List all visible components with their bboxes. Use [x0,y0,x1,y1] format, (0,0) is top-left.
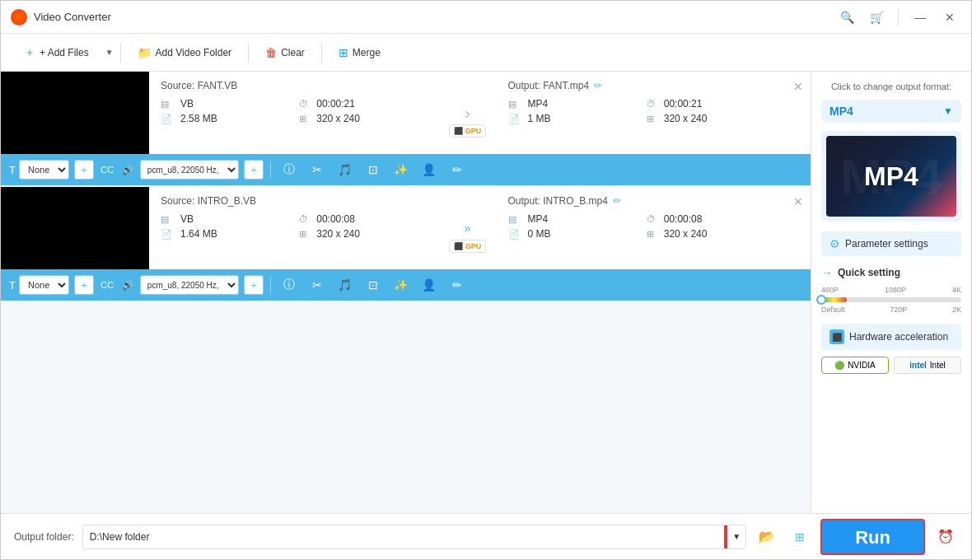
slider-thumb[interactable] [816,295,826,305]
run-button[interactable]: Run [820,519,925,555]
file-toolbar-1: T None ＋ CC 🔊 pcm_u8, 22050 Hz, ＋ ⓘ ✂ [1,154,811,185]
add-audio-btn-2[interactable]: ＋ [244,275,264,295]
output-path-input[interactable] [83,527,727,547]
close-button[interactable]: ✕ [938,6,961,29]
subtitle-icon-1: T [9,164,16,176]
chip-icon: ⬛ [832,333,842,342]
audio-edit-btn-1[interactable]: 🎵 [334,158,357,181]
output-meta-2: ▤ MP4 ⏱ 00:00:08 📄 0 MB ⊞ 320 x 240 [508,213,775,240]
alarm-button[interactable]: ⏰ [933,525,958,549]
arrow-icon-1: › [465,104,470,123]
ft-divider-2 [270,277,271,293]
toolbar-sep-1 [120,43,121,63]
output-size-2: 0 MB [528,228,638,240]
watermark-btn-1[interactable]: 👤 [418,158,441,181]
add-subtitle-btn-2[interactable]: ＋ [74,275,94,295]
merge-label: Merge [353,47,381,58]
file-info-1: Source: FANT.VB ▤ VB ⏱ 00:00:21 📄 2.58 M… [149,72,439,154]
edit-icon-2[interactable]: ✏ [613,195,621,207]
toolbar-sep-2 [248,43,249,63]
mp4-foreground-text: MP4 [864,161,918,192]
label-460p: 460P [821,286,839,294]
output-duration-1: 00:00:21 [664,98,774,110]
close-btn-1[interactable]: ✕ [793,80,803,93]
add-folder-label: Add Video Folder [156,47,232,58]
audio-icon-1: 🔊 [122,165,133,175]
add-audio-btn-1[interactable]: ＋ [244,160,264,180]
source-size-1: 2.58 MB [180,113,291,124]
out-res-icon-1: ⊞ [647,114,656,124]
output-dropdown-button[interactable]: ▼ [726,525,745,548]
add-subtitle-btn-1[interactable]: ＋ [74,160,94,180]
file-info-2: Source: INTRO_B.VB ▤ VB ⏱ 00:00:08 📄 1.6… [149,187,439,269]
crop-btn-1[interactable]: ⊡ [362,158,385,181]
output-folder-label: Output folder: [14,531,74,543]
cut-icon-btn-2[interactable]: ✂ [306,273,329,296]
export-button[interactable]: ⊞ [787,525,812,549]
audio-select-2[interactable]: pcm_u8, 22050 Hz, [140,275,239,295]
slider-track[interactable] [821,297,961,302]
slider-bottom-labels: Default 720P 2K [821,306,961,314]
file-size-icon-2: 📄 [161,229,172,240]
gpu-text-1: GPU [465,127,482,135]
out-format-icon-2: ▤ [508,214,520,225]
audio-edit-btn-2[interactable]: 🎵 [334,273,357,296]
audio-icon-2: 🔊 [122,280,133,291]
format-selector[interactable]: MP4 ▼ [821,100,961,123]
subtitle-edit-btn-1[interactable]: ✏ [446,158,469,181]
gpu-text-2: GPU [465,242,482,250]
add-files-button[interactable]: ＋ + Add Files [14,41,99,64]
add-video-folder-button[interactable]: 📁 Add Video Folder [128,42,242,63]
subtitle-select-1[interactable]: None [19,160,69,180]
hw-accel-label: Hardware acceleration [849,331,948,343]
label-4k: 4K [952,286,961,294]
info-icon-btn-1[interactable]: ⓘ [278,158,301,181]
gpu-options: 🟢 NVIDIA intel Intel [821,357,961,374]
resolution-icon-1: ⊞ [299,114,308,124]
resolution-icon-2: ⊞ [299,229,308,240]
source-duration-2: 00:00:08 [316,213,427,225]
effects-btn-2[interactable]: ✨ [390,273,413,296]
crop-btn-2[interactable]: ⊡ [362,273,385,296]
cart-button[interactable]: 🛒 [865,6,888,29]
output-duration-2: 00:00:08 [664,213,774,225]
output-label-2: Output: INTRO_B.mp4 [508,195,608,207]
main-toolbar: ＋ + Add Files ▼ 📁 Add Video Folder 🗑 Cle… [1,34,971,72]
edit-icon-1[interactable]: ✏ [594,80,602,91]
cut-icon-btn-1[interactable]: ✂ [306,158,329,181]
search-button[interactable]: 🔍 [835,6,858,29]
intel-logo: intel [909,361,927,370]
source-duration-1: 00:00:21 [316,98,427,110]
watermark-btn-2[interactable]: 👤 [418,273,441,296]
out-size-icon-1: 📄 [508,114,520,124]
open-folder-button[interactable]: 📂 [755,525,779,549]
intel-option[interactable]: intel Intel [894,357,961,374]
add-files-dropdown-arrow[interactable]: ▼ [105,48,114,57]
nvidia-option[interactable]: 🟢 NVIDIA [821,357,889,374]
file-close-2: ✕ [786,187,811,269]
output-size-1: 1 MB [528,113,638,124]
file-close-1: ✕ [786,72,811,154]
effects-btn-1[interactable]: ✨ [390,158,413,181]
quick-setting-label: Quick setting [838,267,900,278]
label-2k: 2K [952,306,961,314]
label-default: Default [821,306,845,314]
info-icon-btn-2[interactable]: ⓘ [278,273,301,296]
ft-divider-1 [270,161,271,178]
audio-select-1[interactable]: pcm_u8, 22050 Hz, [140,160,239,180]
out-format-icon-1: ▤ [508,99,520,110]
source-resolution-2: 320 x 240 [316,228,427,240]
out-clock-icon-2: ⏱ [647,214,656,224]
clear-button[interactable]: 🗑 Clear [255,42,315,63]
close-btn-2[interactable]: ✕ [793,195,803,208]
merge-button[interactable]: ⊞ Merge [329,42,390,63]
intel-label: Intel [930,361,946,370]
hardware-acceleration-button[interactable]: ⬛ Hardware acceleration [821,324,961,350]
file-item-1: Source: FANT.VB ▤ VB ⏱ 00:00:21 📄 2.58 M… [1,72,811,185]
minimize-button[interactable]: — [909,6,932,29]
subtitle-item-2: T None [9,275,69,295]
parameter-settings-button[interactable]: ⚙ Parameter settings [821,231,961,256]
subtitle-select-2[interactable]: None [19,275,69,295]
app-icon [11,9,27,26]
subtitle-edit-btn-2[interactable]: ✏ [446,273,469,296]
